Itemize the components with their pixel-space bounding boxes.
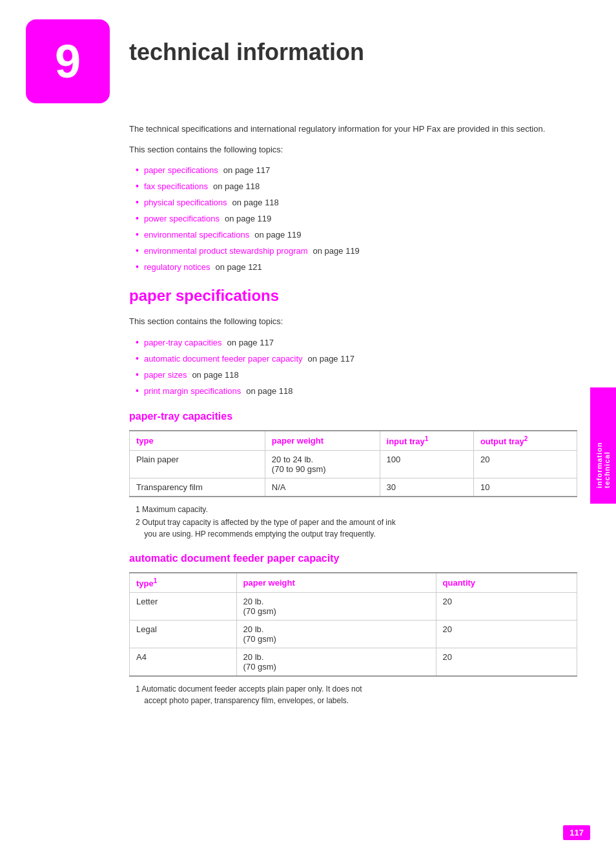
row2-weight: N/A [265, 478, 380, 497]
paper-toc-link-3[interactable]: paper sizes [144, 369, 187, 382]
table-row: Plain paper 20 to 24 lb.(70 to 90 gsm) 1… [130, 450, 577, 478]
row2-input: 30 [380, 478, 473, 497]
adf-row2-type: Legal [130, 621, 237, 648]
table-row: Letter 20 lb.(70 gsm) 20 [130, 593, 577, 621]
toc-item-env-specs: environmental specifications on page 119 [136, 228, 577, 242]
paper-toc-item-4: print margin specifications on page 118 [136, 384, 577, 398]
paper-tray-table: type paper weight input tray1 output tra… [129, 430, 577, 497]
content-area: The technical specifications and interna… [0, 116, 616, 739]
paper-toc-link-1[interactable]: paper-tray capacities [144, 336, 222, 349]
chapter-number-box: 9 [26, 19, 110, 103]
toc-item-power-specs: power specifications on page 119 [136, 212, 577, 225]
col-input-tray: input tray1 [380, 431, 473, 451]
side-tab-text: technical information [595, 403, 611, 488]
intro-text-1: The technical specifications and interna… [129, 123, 577, 136]
adf-row2-qty: 20 [436, 621, 577, 648]
paper-tray-heading: paper-tray capacities [129, 411, 577, 422]
toc-link-env-specs[interactable]: environmental specifications [144, 229, 249, 242]
header-section: 9 technical information [0, 0, 616, 116]
paper-tray-header-row: type paper weight input tray1 output tra… [130, 431, 577, 451]
row1-weight: 20 to 24 lb.(70 to 90 gsm) [265, 450, 380, 478]
toc-link-physical-specs[interactable]: physical specifications [144, 196, 227, 209]
row2-type: Transparency film [130, 478, 265, 497]
paper-toc-link-4[interactable]: print margin specifications [144, 385, 241, 398]
adf-row3-weight: 20 lb.(70 gsm) [236, 648, 436, 677]
row1-input: 100 [380, 450, 473, 478]
paper-toc-item-2: automatic document feeder paper capacity… [136, 352, 577, 365]
toc-item-paper-specs: paper specifications on page 117 [136, 163, 577, 177]
paper-toc-item-3: paper sizes on page 118 [136, 368, 577, 382]
table-row: A4 20 lb.(70 gsm) 20 [130, 648, 577, 677]
adf-row3-qty: 20 [436, 648, 577, 677]
adf-footnote-1: 1 Automatic document feeder accepts plai… [136, 683, 577, 706]
col-paper-weight: paper weight [265, 431, 380, 451]
adf-table: type1 paper weight quantity Letter 20 lb… [129, 572, 577, 677]
toc-link-env-steward[interactable]: environmental product stewardship progra… [144, 245, 308, 258]
toc-item-regulatory: regulatory notices on page 121 [136, 260, 577, 274]
adf-footnotes: 1 Automatic document feeder accepts plai… [136, 683, 577, 706]
paper-tray-footnotes: 1 Maximum capacity. 2 Output tray capaci… [136, 504, 577, 540]
adf-col-weight: paper weight [236, 573, 436, 593]
adf-row2-weight: 20 lb.(70 gsm) [236, 621, 436, 648]
chapter-number: 9 [55, 35, 81, 88]
page-container: 9 technical information The technical sp… [0, 0, 616, 853]
toc-item-fax-specs: fax specifications on page 118 [136, 180, 577, 193]
footnote-1: 1 Maximum capacity. [136, 504, 577, 515]
toc-item-env-steward: environmental product stewardship progra… [136, 244, 577, 258]
page-number: 117 [563, 825, 590, 840]
row1-output: 20 [473, 450, 577, 478]
row2-output: 10 [473, 478, 577, 497]
paper-specs-toc-list: paper-tray capacities on page 117 automa… [136, 336, 577, 398]
adf-col-type: type1 [130, 573, 237, 593]
paper-toc-item-1: paper-tray capacities on page 117 [136, 336, 577, 349]
intro-text-2: This section contains the following topi… [129, 143, 577, 156]
adf-row1-type: Letter [130, 593, 237, 621]
adf-col-quantity: quantity [436, 573, 577, 593]
table-row: Legal 20 lb.(70 gsm) 20 [130, 621, 577, 648]
chapter-title: technical information [129, 19, 364, 66]
toc-item-physical-specs: physical specifications on page 118 [136, 196, 577, 209]
adf-heading: automatic document feeder paper capacity [129, 553, 577, 564]
adf-row1-qty: 20 [436, 593, 577, 621]
adf-row3-type: A4 [130, 648, 237, 677]
footnote-2: 2 Output tray capacity is affected by th… [136, 517, 577, 540]
paper-specs-intro: This section contains the following topi… [129, 315, 577, 328]
paper-specs-heading: paper specifications [129, 287, 577, 305]
toc-list: paper specifications on page 117 fax spe… [136, 163, 577, 274]
paper-toc-link-2[interactable]: automatic document feeder paper capacity [144, 353, 303, 365]
toc-link-paper-specs[interactable]: paper specifications [144, 164, 218, 177]
col-type: type [130, 431, 265, 451]
col-output-tray: output tray2 [473, 431, 577, 451]
toc-link-power-specs[interactable]: power specifications [144, 212, 220, 225]
adf-row1-weight: 20 lb.(70 gsm) [236, 593, 436, 621]
adf-header-row: type1 paper weight quantity [130, 573, 577, 593]
row1-type: Plain paper [130, 450, 265, 478]
side-tab: technical information [590, 387, 616, 504]
toc-link-fax-specs[interactable]: fax specifications [144, 180, 208, 193]
toc-link-regulatory[interactable]: regulatory notices [144, 261, 210, 274]
table-row: Transparency film N/A 30 10 [130, 478, 577, 497]
